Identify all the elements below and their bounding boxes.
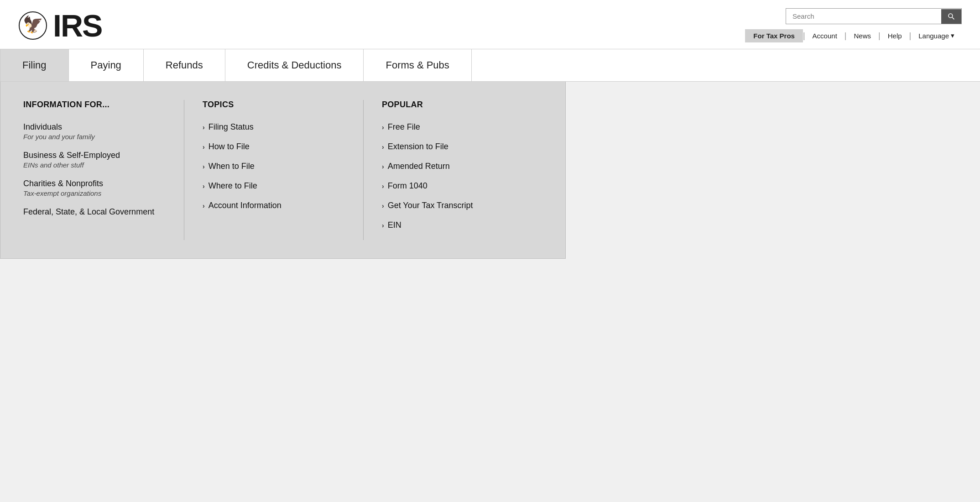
popular-ein[interactable]: › EIN (382, 220, 524, 230)
filing-dropdown-panel: INFORMATION FOR... Individuals For you a… (0, 82, 566, 259)
header-right: For Tax Pros | Account | News | Help | L… (745, 8, 962, 42)
dropdown-col-info: INFORMATION FOR... Individuals For you a… (23, 100, 184, 240)
info-link-charities[interactable]: Charities & Nonprofits Tax-exempt organi… (23, 179, 166, 197)
popular-form-1040[interactable]: › Form 1040 (382, 181, 524, 191)
top-nav-language[interactable]: Language ▾ (911, 29, 962, 42)
top-nav-account[interactable]: Account (805, 29, 844, 42)
svg-line-3 (952, 17, 954, 19)
popular-amended-return[interactable]: › Amended Return (382, 162, 524, 171)
nav-refunds[interactable]: Refunds (144, 49, 225, 81)
chevron-icon-form-1040: › (382, 183, 384, 190)
dropdown-col-topics: TOPICS › Filing Status › How to File › W… (203, 100, 364, 240)
nav-filing[interactable]: Filing (0, 49, 69, 81)
popular-extension-to-file[interactable]: › Extension to File (382, 142, 524, 152)
topic-filing-status[interactable]: › Filing Status (203, 122, 345, 132)
chevron-down-icon: ▾ (951, 31, 954, 40)
main-navbar: Filing Paying Refunds Credits & Deductio… (0, 49, 980, 82)
info-link-business-sub: EINs and other stuff (23, 161, 166, 169)
chevron-icon-ein: › (382, 222, 384, 229)
topics-col-heading: TOPICS (203, 100, 345, 110)
info-link-business-title: Business & Self-Employed (23, 151, 166, 160)
page-body (0, 259, 980, 396)
chevron-icon-amended-return: › (382, 163, 384, 170)
topic-how-to-file[interactable]: › How to File (203, 142, 345, 152)
chevron-icon-how-to-file: › (203, 143, 205, 151)
info-link-individuals-title: Individuals (23, 122, 166, 132)
search-input[interactable] (786, 9, 941, 24)
site-header: 🦅 IRS For Tax Pros | Account | News | He… (0, 0, 980, 49)
chevron-icon-when-to-file: › (203, 163, 205, 170)
info-link-government[interactable]: Federal, State, & Local Government (23, 207, 166, 217)
chevron-icon-extension-to-file: › (382, 143, 384, 151)
topic-when-to-file[interactable]: › When to File (203, 162, 345, 171)
topic-account-information[interactable]: › Account Information (203, 201, 345, 210)
popular-tax-transcript[interactable]: › Get Your Tax Transcript (382, 201, 524, 210)
nav-paying[interactable]: Paying (69, 49, 144, 81)
info-link-business[interactable]: Business & Self-Employed EINs and other … (23, 151, 166, 169)
popular-col-heading: POPULAR (382, 100, 524, 110)
search-button[interactable] (941, 9, 961, 24)
popular-free-file[interactable]: › Free File (382, 122, 524, 132)
svg-point-2 (949, 14, 953, 18)
topic-where-to-file[interactable]: › Where to File (203, 181, 345, 191)
nav-forms-pubs[interactable]: Forms & Pubs (364, 49, 471, 81)
info-link-charities-sub: Tax-exempt organizations (23, 189, 166, 197)
svg-text:🦅: 🦅 (23, 15, 43, 34)
search-bar (786, 8, 962, 24)
top-nav-news[interactable]: News (847, 29, 879, 42)
info-link-individuals[interactable]: Individuals For you and your family (23, 122, 166, 141)
chevron-icon-filing-status: › (203, 124, 205, 131)
irs-logo-text: IRS (53, 10, 102, 41)
irs-eagle-icon: 🦅 (18, 11, 47, 40)
chevron-icon-tax-transcript: › (382, 202, 384, 209)
top-nav-for-tax-pros[interactable]: For Tax Pros (745, 29, 803, 42)
chevron-icon-where-to-file: › (203, 183, 205, 190)
top-nav-help[interactable]: Help (881, 29, 909, 42)
top-nav: For Tax Pros | Account | News | Help | L… (745, 29, 962, 42)
info-col-heading: INFORMATION FOR... (23, 100, 166, 110)
info-link-individuals-sub: For you and your family (23, 133, 166, 141)
logo-area: 🦅 IRS (18, 10, 102, 41)
info-link-charities-title: Charities & Nonprofits (23, 179, 166, 188)
dropdown-col-popular: POPULAR › Free File › Extension to File … (382, 100, 542, 240)
nav-credits-deductions[interactable]: Credits & Deductions (225, 49, 364, 81)
chevron-icon-free-file: › (382, 124, 384, 131)
chevron-icon-account-information: › (203, 202, 205, 209)
